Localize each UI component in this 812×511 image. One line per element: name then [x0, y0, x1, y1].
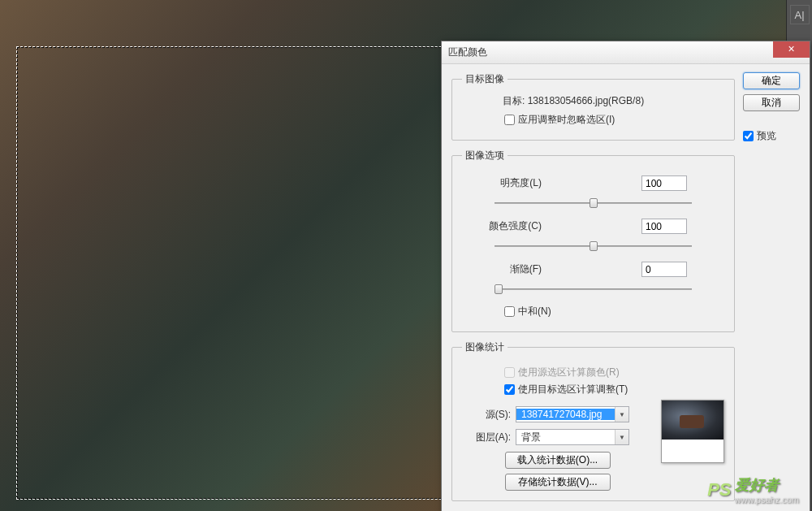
- watermark: PS 爱好者 www.psahz.com: [707, 475, 799, 505]
- close-button[interactable]: ×: [773, 41, 810, 58]
- color-intensity-input[interactable]: [641, 219, 687, 234]
- preview-checkbox[interactable]: [743, 131, 754, 141]
- source-label: 源(S):: [462, 408, 511, 422]
- save-statistics-button[interactable]: 存储统计数据(V)...: [505, 474, 611, 491]
- ok-button[interactable]: 确定: [743, 72, 800, 89]
- watermark-url: www.psahz.com: [735, 495, 799, 505]
- color-intensity-slider[interactable]: [462, 239, 724, 253]
- fade-slider[interactable]: [462, 282, 724, 297]
- target-label: 目标:: [503, 95, 525, 106]
- thumbnail-image: [662, 401, 723, 440]
- use-source-selection-label: 使用源选区计算颜色(R): [518, 366, 620, 379]
- chevron-down-icon: ▼: [615, 407, 628, 422]
- target-value: 138183054666.jpg(RGB/8): [528, 95, 644, 106]
- watermark-brand: PS: [707, 479, 731, 500]
- luminance-label: 明亮度(L): [462, 176, 542, 190]
- image-options-group: 图像选项 明亮度(L) 颜色强度(C): [451, 149, 735, 332]
- neutralize-checkbox[interactable]: [504, 306, 515, 317]
- character-panel-icon[interactable]: A|: [790, 5, 810, 24]
- layer-dropdown-value: 背景: [516, 431, 615, 444]
- luminance-input[interactable]: [641, 175, 687, 191]
- preview-label: 预览: [757, 129, 776, 143]
- image-statistics-legend: 图像统计: [462, 340, 508, 354]
- source-thumbnail: [661, 400, 724, 463]
- ignore-selection-label: 应用调整时忽略选区(I): [518, 113, 615, 127]
- ignore-selection-checkbox[interactable]: [504, 115, 515, 125]
- luminance-slider[interactable]: [462, 196, 724, 210]
- color-intensity-label: 颜色强度(C): [462, 219, 542, 233]
- target-image-group: 目标图像 目标: 138183054666.jpg(RGB/8) 应用调整时忽略…: [451, 72, 735, 141]
- chevron-down-icon: ▼: [615, 430, 628, 444]
- load-statistics-button[interactable]: 载入统计数据(O)...: [505, 452, 611, 469]
- use-source-selection-checkbox: [504, 367, 515, 378]
- image-options-legend: 图像选项: [462, 149, 508, 162]
- match-color-dialog: 匹配颜色 × 目标图像 目标: 138183054666.jpg(RGB/8) …: [441, 41, 810, 511]
- dialog-titlebar[interactable]: 匹配颜色 ×: [442, 41, 810, 64]
- fade-label: 渐隐(F): [462, 262, 542, 276]
- source-dropdown-value: 138741727048.jpg: [516, 409, 615, 420]
- image-statistics-group: 图像统计 使用源选区计算颜色(R) 使用目标选区计算调整(T) 源(S): 13…: [451, 340, 735, 501]
- target-image-legend: 目标图像: [462, 72, 508, 86]
- layer-dropdown[interactable]: 背景 ▼: [516, 429, 629, 445]
- source-dropdown[interactable]: 138741727048.jpg ▼: [516, 406, 629, 422]
- use-target-selection-checkbox[interactable]: [504, 384, 515, 395]
- dialog-title: 匹配颜色: [448, 45, 487, 59]
- fade-input[interactable]: [641, 262, 687, 277]
- cancel-button[interactable]: 取消: [743, 94, 800, 111]
- layer-label: 图层(A):: [462, 431, 511, 444]
- use-target-selection-label: 使用目标选区计算调整(T): [518, 383, 628, 396]
- watermark-text: 爱好者: [735, 477, 779, 493]
- neutralize-label: 中和(N): [518, 305, 551, 318]
